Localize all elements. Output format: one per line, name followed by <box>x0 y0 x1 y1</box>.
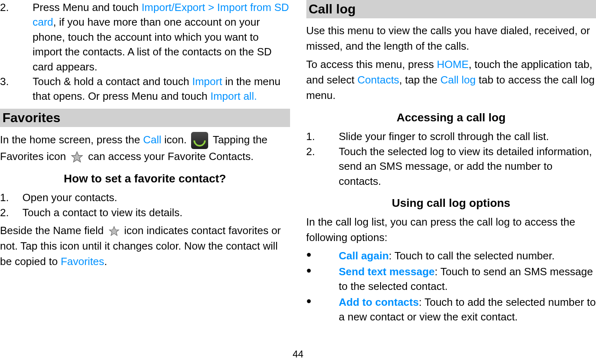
call-icon <box>191 132 208 149</box>
list-number: 1. <box>0 190 22 205</box>
send-text-label: Send text message <box>339 265 435 278</box>
bullet-icon: ● <box>306 264 339 294</box>
text: , if you have more than one account on y… <box>33 16 272 72</box>
right-column: Call log Use this menu to view the calls… <box>298 0 596 364</box>
option-add-contacts: ● Add to contacts: Touch to add the sele… <box>306 295 596 325</box>
call-again-label: Call again <box>339 250 389 262</box>
svg-marker-1 <box>109 227 119 236</box>
access-step-2: 2. Touch the selected log to view its de… <box>306 144 596 189</box>
favorites-link: Favorites <box>61 255 104 268</box>
import-link: Import <box>192 75 222 88</box>
left-column: 2. Press Menu and touch Import/Export > … <box>0 0 298 364</box>
text: Touch & hold a contact and touch <box>33 75 192 88</box>
list-number: 2. <box>0 0 33 74</box>
option-call-again: ● Call again: Touch to call the selected… <box>306 248 596 263</box>
text: In the home screen, press the <box>0 134 143 146</box>
list-text: Slide your finger to scroll through the … <box>339 129 596 144</box>
call-link: Call <box>143 134 161 146</box>
list-number: 3. <box>0 74 33 104</box>
bullet-icon: ● <box>306 295 339 325</box>
star-icon <box>108 226 120 237</box>
list-text: Touch the selected log to view its detai… <box>339 144 596 189</box>
using-call-log-heading: Using call log options <box>306 197 596 210</box>
favorites-heading: Favorites <box>0 109 290 127</box>
list-text: Touch a contact to view its details. <box>22 205 290 220</box>
text: Beside the Name field <box>0 224 103 237</box>
bullet-icon: ● <box>306 248 339 263</box>
call-log-access-text: To access this menu, press HOME, touch t… <box>306 57 596 103</box>
accessing-call-log-heading: Accessing a call log <box>306 111 596 124</box>
list-item-3: 3. Touch & hold a contact and touch Impo… <box>0 74 290 104</box>
page-number: 44 <box>293 349 303 360</box>
list-number: 2. <box>306 144 339 189</box>
import-all-link: Import all. <box>210 90 257 102</box>
text: , tap the <box>399 74 440 86</box>
using-intro: In the call log list, you can press the … <box>306 215 596 245</box>
text: icon. <box>161 134 189 146</box>
favorites-star-icon <box>70 151 84 164</box>
option-text: Send text message: Touch to send an SMS … <box>339 264 596 294</box>
text: To access this menu, press <box>306 58 437 70</box>
access-step-1: 1. Slide your finger to scroll through t… <box>306 129 596 144</box>
fav-step-1: 1. Open your contacts. <box>0 190 290 205</box>
call-log-heading: Call log <box>306 0 596 18</box>
page-container: 2. Press Menu and touch Import/Export > … <box>0 0 596 364</box>
option-text: Call again: Touch to call the selected n… <box>339 248 555 263</box>
option-text: Add to contacts: Touch to add the select… <box>339 295 596 325</box>
text: can access your Favorite Contacts. <box>88 150 253 162</box>
text: Press Menu and touch <box>33 1 141 13</box>
beside-name-text: Beside the Name field icon indicates con… <box>0 223 290 269</box>
list-number: 2. <box>0 205 22 220</box>
list-text: Press Menu and touch Import/Export > Imp… <box>33 0 290 74</box>
list-item-2: 2. Press Menu and touch Import/Export > … <box>0 0 290 74</box>
how-to-set-favorite-heading: How to set a favorite contact? <box>0 172 290 185</box>
text: . <box>104 255 107 268</box>
add-contacts-label: Add to contacts <box>339 296 419 308</box>
home-link: HOME <box>437 58 468 70</box>
text: : Touch to call the selected number. <box>389 250 554 262</box>
svg-marker-0 <box>72 152 83 162</box>
fav-step-2: 2. Touch a contact to view its details. <box>0 205 290 220</box>
list-text: Touch & hold a contact and touch Import … <box>33 74 290 104</box>
contacts-link: Contacts <box>357 74 399 86</box>
list-number: 1. <box>306 129 339 144</box>
call-log-tab-link: Call log <box>440 74 476 86</box>
option-send-text: ● Send text message: Touch to send an SM… <box>306 264 596 294</box>
list-text: Open your contacts. <box>22 190 290 205</box>
favorites-body: In the home screen, press the Call icon.… <box>0 132 290 164</box>
call-log-intro: Use this menu to view the calls you have… <box>306 23 596 54</box>
